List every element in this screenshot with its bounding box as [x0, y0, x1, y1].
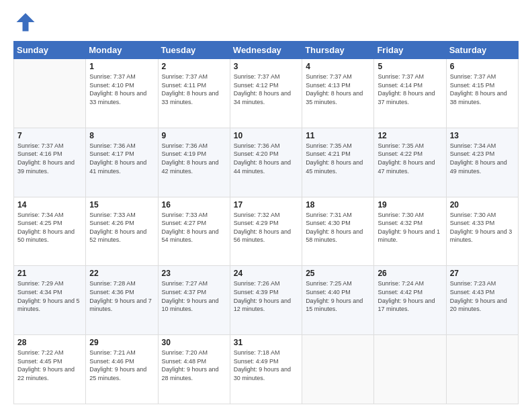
day-info: Sunrise: 7:25 AMSunset: 4:40 PMDaylight:… [306, 279, 370, 313]
day-info: Sunrise: 7:34 AMSunset: 4:25 PMDaylight:… [17, 211, 82, 244]
day-number: 26 [378, 269, 442, 278]
calendar-cell: 13Sunrise: 7:34 AMSunset: 4:23 PMDayligh… [446, 128, 518, 197]
day-number: 7 [17, 131, 82, 140]
day-number: 12 [378, 131, 442, 140]
day-number: 2 [162, 62, 226, 71]
day-info: Sunrise: 7:18 AMSunset: 4:49 PMDaylight:… [234, 349, 298, 382]
calendar-cell [374, 335, 446, 404]
day-number: 22 [89, 269, 154, 278]
calendar-cell: 30Sunrise: 7:20 AMSunset: 4:48 PMDayligh… [158, 335, 230, 404]
day-info: Sunrise: 7:37 AMSunset: 4:13 PMDaylight:… [306, 73, 370, 106]
day-info: Sunrise: 7:30 AMSunset: 4:33 PMDaylight:… [450, 211, 515, 244]
day-info: Sunrise: 7:37 AMSunset: 4:11 PMDaylight:… [162, 73, 226, 106]
weekday-header-saturday: Saturday [446, 42, 518, 59]
calendar-cell: 4Sunrise: 7:37 AMSunset: 4:13 PMDaylight… [302, 59, 374, 128]
day-info: Sunrise: 7:35 AMSunset: 4:21 PMDaylight:… [306, 142, 370, 175]
day-number: 3 [234, 62, 298, 71]
calendar-cell: 21Sunrise: 7:29 AMSunset: 4:34 PMDayligh… [14, 266, 86, 335]
calendar-cell: 27Sunrise: 7:23 AMSunset: 4:43 PMDayligh… [446, 266, 518, 335]
day-info: Sunrise: 7:22 AMSunset: 4:45 PMDaylight:… [17, 349, 82, 382]
day-number: 10 [234, 131, 298, 140]
calendar-cell: 11Sunrise: 7:35 AMSunset: 4:21 PMDayligh… [302, 128, 374, 197]
day-info: Sunrise: 7:33 AMSunset: 4:26 PMDaylight:… [89, 211, 154, 244]
calendar-cell: 9Sunrise: 7:36 AMSunset: 4:19 PMDaylight… [158, 128, 230, 197]
day-info: Sunrise: 7:37 AMSunset: 4:16 PMDaylight:… [17, 142, 82, 175]
day-info: Sunrise: 7:24 AMSunset: 4:42 PMDaylight:… [378, 279, 442, 313]
calendar: SundayMondayTuesdayWednesdayThursdayFrid… [13, 41, 519, 404]
day-number: 13 [450, 131, 515, 140]
calendar-cell: 29Sunrise: 7:21 AMSunset: 4:46 PMDayligh… [86, 335, 158, 404]
day-info: Sunrise: 7:36 AMSunset: 4:19 PMDaylight:… [162, 142, 226, 175]
calendar-cell: 22Sunrise: 7:28 AMSunset: 4:36 PMDayligh… [86, 266, 158, 335]
page: SundayMondayTuesdayWednesdayThursdayFrid… [0, 0, 532, 411]
calendar-cell: 7Sunrise: 7:37 AMSunset: 4:16 PMDaylight… [14, 128, 86, 197]
calendar-cell: 10Sunrise: 7:36 AMSunset: 4:20 PMDayligh… [230, 128, 302, 197]
day-info: Sunrise: 7:35 AMSunset: 4:22 PMDaylight:… [378, 142, 442, 175]
calendar-cell: 26Sunrise: 7:24 AMSunset: 4:42 PMDayligh… [374, 266, 446, 335]
day-info: Sunrise: 7:31 AMSunset: 4:30 PMDaylight:… [306, 211, 370, 244]
day-info: Sunrise: 7:32 AMSunset: 4:29 PMDaylight:… [234, 211, 298, 244]
day-info: Sunrise: 7:34 AMSunset: 4:23 PMDaylight:… [450, 142, 515, 175]
day-number: 17 [234, 200, 298, 210]
day-number: 5 [378, 62, 442, 71]
calendar-cell: 18Sunrise: 7:31 AMSunset: 4:30 PMDayligh… [302, 197, 374, 266]
day-info: Sunrise: 7:37 AMSunset: 4:15 PMDaylight:… [450, 73, 515, 106]
day-info: Sunrise: 7:36 AMSunset: 4:17 PMDaylight:… [89, 142, 154, 175]
weekday-header-row: SundayMondayTuesdayWednesdayThursdayFrid… [14, 42, 519, 59]
calendar-cell: 23Sunrise: 7:27 AMSunset: 4:37 PMDayligh… [158, 266, 230, 335]
weekday-header-sunday: Sunday [14, 42, 86, 59]
calendar-cell: 20Sunrise: 7:30 AMSunset: 4:33 PMDayligh… [446, 197, 518, 266]
weekday-header-thursday: Thursday [302, 42, 374, 59]
day-number: 24 [234, 269, 298, 278]
day-info: Sunrise: 7:37 AMSunset: 4:12 PMDaylight:… [234, 73, 298, 106]
week-row-0: 1Sunrise: 7:37 AMSunset: 4:10 PMDaylight… [14, 59, 519, 128]
calendar-cell: 25Sunrise: 7:25 AMSunset: 4:40 PMDayligh… [302, 266, 374, 335]
calendar-cell: 3Sunrise: 7:37 AMSunset: 4:12 PMDaylight… [230, 59, 302, 128]
week-row-1: 7Sunrise: 7:37 AMSunset: 4:16 PMDaylight… [14, 128, 519, 197]
calendar-cell: 1Sunrise: 7:37 AMSunset: 4:10 PMDaylight… [86, 59, 158, 128]
calendar-cell [14, 59, 86, 128]
day-number: 15 [89, 200, 154, 210]
day-number: 28 [17, 338, 82, 347]
calendar-cell [302, 335, 374, 404]
svg-marker-0 [17, 13, 35, 32]
calendar-cell [446, 335, 518, 404]
day-info: Sunrise: 7:20 AMSunset: 4:48 PMDaylight:… [162, 349, 226, 382]
day-info: Sunrise: 7:28 AMSunset: 4:36 PMDaylight:… [89, 279, 154, 313]
day-number: 23 [162, 269, 226, 278]
weekday-header-wednesday: Wednesday [230, 42, 302, 59]
week-row-2: 14Sunrise: 7:34 AMSunset: 4:25 PMDayligh… [14, 197, 519, 266]
header [13, 10, 519, 34]
calendar-cell: 16Sunrise: 7:33 AMSunset: 4:27 PMDayligh… [158, 197, 230, 266]
calendar-cell: 24Sunrise: 7:26 AMSunset: 4:39 PMDayligh… [230, 266, 302, 335]
weekday-header-friday: Friday [374, 42, 446, 59]
day-number: 29 [89, 338, 154, 347]
day-number: 8 [89, 131, 154, 140]
day-number: 31 [234, 338, 298, 347]
day-number: 4 [306, 62, 370, 71]
day-info: Sunrise: 7:30 AMSunset: 4:32 PMDaylight:… [378, 211, 442, 244]
day-info: Sunrise: 7:37 AMSunset: 4:14 PMDaylight:… [378, 73, 442, 106]
day-number: 21 [17, 269, 82, 278]
day-number: 30 [162, 338, 226, 347]
day-info: Sunrise: 7:23 AMSunset: 4:43 PMDaylight:… [450, 279, 515, 313]
week-row-3: 21Sunrise: 7:29 AMSunset: 4:34 PMDayligh… [14, 266, 519, 335]
weekday-header-monday: Monday [86, 42, 158, 59]
day-number: 16 [162, 200, 226, 210]
day-info: Sunrise: 7:37 AMSunset: 4:10 PMDaylight:… [89, 73, 154, 106]
calendar-cell: 14Sunrise: 7:34 AMSunset: 4:25 PMDayligh… [14, 197, 86, 266]
weekday-header-tuesday: Tuesday [158, 42, 230, 59]
day-number: 11 [306, 131, 370, 140]
day-number: 18 [306, 200, 370, 210]
day-info: Sunrise: 7:29 AMSunset: 4:34 PMDaylight:… [17, 279, 82, 313]
day-info: Sunrise: 7:21 AMSunset: 4:46 PMDaylight:… [89, 349, 154, 382]
day-info: Sunrise: 7:26 AMSunset: 4:39 PMDaylight:… [234, 279, 298, 313]
calendar-cell: 19Sunrise: 7:30 AMSunset: 4:32 PMDayligh… [374, 197, 446, 266]
day-info: Sunrise: 7:27 AMSunset: 4:37 PMDaylight:… [162, 279, 226, 313]
day-number: 25 [306, 269, 370, 278]
day-info: Sunrise: 7:33 AMSunset: 4:27 PMDaylight:… [162, 211, 226, 244]
day-number: 19 [378, 200, 442, 210]
calendar-cell: 28Sunrise: 7:22 AMSunset: 4:45 PMDayligh… [14, 335, 86, 404]
calendar-cell: 2Sunrise: 7:37 AMSunset: 4:11 PMDaylight… [158, 59, 230, 128]
calendar-cell: 15Sunrise: 7:33 AMSunset: 4:26 PMDayligh… [86, 197, 158, 266]
